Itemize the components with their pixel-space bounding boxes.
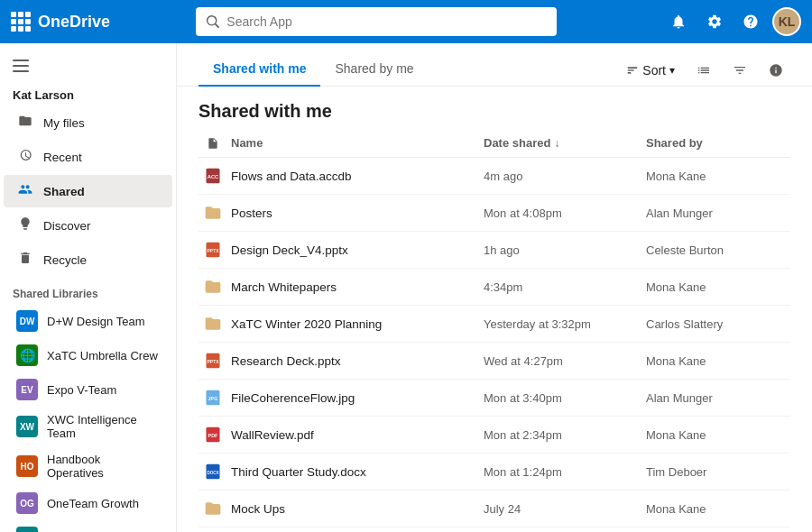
table-row[interactable]: Mock Ups July 24 Mona Kane <box>198 491 790 527</box>
file-type-icon: JPG <box>198 389 227 407</box>
header-name[interactable]: Name <box>231 136 484 150</box>
folder-icon <box>16 114 34 132</box>
file-shared-by: Alan Munger <box>646 206 790 220</box>
tab-shared-with-me[interactable]: Shared with me <box>198 54 320 87</box>
sidebar-item-my-files[interactable]: My files <box>4 106 172 139</box>
file-type-icon <box>198 315 227 333</box>
file-name: Third Quarter Study.docx <box>231 465 484 479</box>
header-shared-by: Shared by <box>646 136 790 150</box>
gear-icon <box>706 14 723 30</box>
recent-icon <box>16 148 34 166</box>
table-row[interactable]: ACC Flows and Data.accdb 4m ago Mona Kan… <box>198 158 790 195</box>
table-row[interactable]: JPG FileCoherenceFlow.jpg Mon at 3:40pm … <box>198 380 790 417</box>
search-input[interactable] <box>226 14 546 29</box>
sidebar-item-og[interactable]: OG OneTeam Growth <box>4 487 172 519</box>
file-type-icon: ACC <box>198 167 227 185</box>
file-list: ACC Flows and Data.accdb 4m ago Mona Kan… <box>198 158 790 532</box>
lib-label-ho: Handbook Operatives <box>47 453 160 480</box>
file-type-icon: PPTX <box>198 352 227 370</box>
sidebar-label-recycle: Recycle <box>43 253 87 267</box>
filter-button[interactable] <box>725 56 754 85</box>
sidebar-item-ho[interactable]: HO Handbook Operatives <box>4 447 172 485</box>
shared-icon <box>16 182 34 200</box>
file-name: XaTC Winter 2020 Planning <box>231 317 484 331</box>
file-shared-by: Mona Kane <box>646 354 790 368</box>
sidebar-item-pt[interactable]: PT Paris Team <box>4 521 172 532</box>
table-row[interactable]: Posters Mon at 4:08pm Alan Munger <box>198 195 790 232</box>
app-name: OneDrive <box>38 13 110 32</box>
waffle-icon[interactable] <box>11 12 31 32</box>
file-shared-by: Tim Deboer <box>646 465 790 479</box>
file-date: Mon at 4:08pm <box>484 206 646 220</box>
filter-icon <box>733 63 747 78</box>
table-row[interactable]: XaTC Winter 2020 Planning Yesterday at 3… <box>198 306 790 343</box>
table-row[interactable]: DOCX Third Quarter Study.docx Mon at 1:2… <box>198 454 790 491</box>
sidebar-item-xatc[interactable]: 🌐 XaTC Umbrella Crew <box>4 339 172 371</box>
table-row[interactable]: March Whitepapers 4:34pm Mona Kane <box>198 269 790 306</box>
tab-shared-by-me[interactable]: Shared by me <box>320 54 428 87</box>
bell-icon <box>670 14 687 30</box>
hamburger-button[interactable] <box>7 54 34 78</box>
help-button[interactable] <box>736 7 765 36</box>
file-type-icon <box>198 500 227 518</box>
view-toggle-button[interactable] <box>689 56 718 85</box>
settings-button[interactable] <box>700 7 729 36</box>
table-row[interactable]: PPTX Research Deck.pptx Wed at 4:27pm Mo… <box>198 343 790 380</box>
sidebar-item-recycle[interactable]: Recycle <box>4 243 172 276</box>
file-type-icon: PPTX <box>198 241 227 259</box>
avatar[interactable]: KL <box>772 7 801 36</box>
recycle-icon <box>16 251 34 269</box>
header-date-shared[interactable]: Date shared ↓ <box>484 136 646 150</box>
file-name: Design Deck_V4.pptx <box>231 243 484 257</box>
info-button[interactable] <box>761 56 790 85</box>
help-icon <box>743 14 759 30</box>
file-date: Mon at 1:24pm <box>484 465 646 479</box>
file-date: 1h ago <box>484 243 646 257</box>
svg-text:ACC: ACC <box>208 174 219 179</box>
table-row[interactable]: PDF WallReview.pdf Mon at 2:34pm Mona Ka… <box>198 417 790 454</box>
file-name: Mock Ups <box>231 502 484 516</box>
table-row[interactable]: PPTX Design Deck_V4.pptx 1h ago Celeste … <box>198 232 790 269</box>
hamburger-line-2 <box>13 65 29 67</box>
sidebar-item-shared[interactable]: Shared <box>4 175 172 207</box>
file-name: WallReview.pdf <box>231 428 484 442</box>
sidebar-item-xwc[interactable]: XW XWC Intelligence Team <box>4 408 172 445</box>
file-shared-by: Mona Kane <box>646 428 790 442</box>
sidebar-item-recent[interactable]: Recent <box>4 141 172 173</box>
sidebar-item-dw[interactable]: DW D+W Design Team <box>4 305 172 337</box>
file-shared-by: Mona Kane <box>646 502 790 516</box>
svg-text:JPG: JPG <box>208 396 218 401</box>
file-list-header: Name Date shared ↓ Shared by <box>198 129 790 158</box>
file-shared-by: Alan Munger <box>646 391 790 405</box>
svg-text:PPTX: PPTX <box>207 359 219 364</box>
app-logo: OneDrive <box>11 12 137 32</box>
file-date: 4:34pm <box>484 280 646 294</box>
list-view-icon <box>697 63 711 78</box>
file-shared-by: Mona Kane <box>646 170 790 183</box>
tabs-row: Shared with me Shared by me Sort ▾ <box>198 54 790 86</box>
search-icon <box>207 15 219 28</box>
toolbar-actions: Sort ▾ <box>619 56 790 85</box>
sidebar: Kat Larson My files Recent Shared Discov… <box>0 43 177 532</box>
file-shared-by: Carlos Slattery <box>646 317 790 331</box>
sidebar-top <box>0 43 176 81</box>
sort-button[interactable]: Sort ▾ <box>619 60 682 81</box>
file-name: FileCoherenceFlow.jpg <box>231 391 484 405</box>
search-bar[interactable] <box>196 7 557 36</box>
content-area: Shared with me Shared by me Sort ▾ <box>177 43 812 532</box>
table-row[interactable]: MOV UeoD Transition Animation.mov July 2… <box>198 527 790 532</box>
sort-icon <box>626 64 639 77</box>
user-name: Kat Larson <box>0 81 176 105</box>
header-icon-placeholder <box>198 137 227 150</box>
file-name: Flows and Data.accdb <box>231 170 484 183</box>
main-layout: Kat Larson My files Recent Shared Discov… <box>0 43 812 532</box>
notification-button[interactable] <box>664 7 693 36</box>
file-date: July 24 <box>484 502 646 516</box>
lib-badge-xwc: XW <box>16 416 38 437</box>
file-type-icon <box>198 204 227 222</box>
sidebar-item-ev[interactable]: EV Expo V-Team <box>4 373 172 406</box>
page-title: Shared with me <box>177 87 812 129</box>
sidebar-item-discover[interactable]: Discover <box>4 209 172 242</box>
lib-label-og: OneTeam Growth <box>47 497 139 510</box>
file-shared-by: Mona Kane <box>646 280 790 294</box>
